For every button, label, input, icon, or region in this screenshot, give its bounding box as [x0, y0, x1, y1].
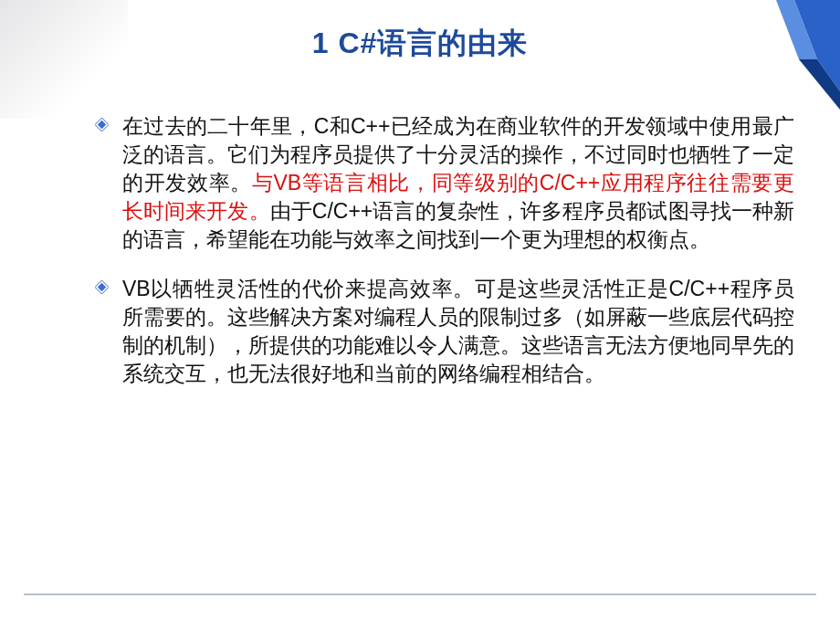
slide-body: 在过去的二十年里，C和C++已经成为在商业软件的开发领域中使用最广泛的语言。它们… — [91, 91, 794, 409]
slide-title: 1 C#语言的由来 — [0, 24, 840, 64]
paragraph-2: VB以牺牲灵活性的代价来提高效率。可是这些灵活性正是C/C++程序员所需要的。这… — [122, 275, 794, 388]
text-part: VB以牺牲灵活性的代价来提高效率。可是这些灵活性正是C/C++程序员所需要的。这… — [122, 277, 794, 385]
paragraph-1: 在过去的二十年里，C和C++已经成为在商业软件的开发领域中使用最广泛的语言。它们… — [122, 112, 794, 254]
diamond-bullet-icon — [95, 280, 109, 294]
bullet-1: 在过去的二十年里，C和C++已经成为在商业软件的开发领域中使用最广泛的语言。它们… — [91, 112, 794, 254]
diamond-bullet-icon — [95, 118, 109, 131]
svg-marker-2 — [799, 59, 840, 110]
bottom-rule — [24, 593, 816, 595]
bullet-2: VB以牺牲灵活性的代价来提高效率。可是这些灵活性正是C/C++程序员所需要的。这… — [91, 275, 794, 388]
